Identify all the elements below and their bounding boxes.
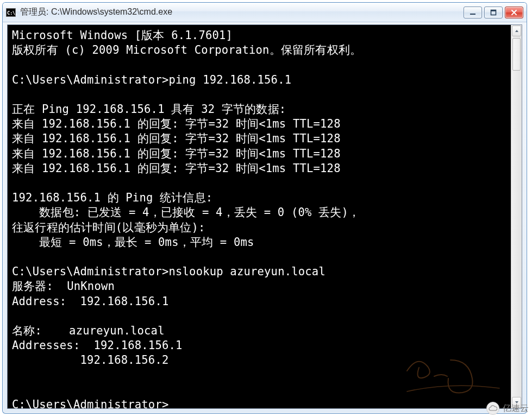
cmd-window: C:\. 管理员: C:\Windows\system32\cmd.exe Mi… <box>2 2 527 414</box>
scroll-up-button[interactable] <box>512 26 521 36</box>
watermark-text: 亿速云 <box>503 403 529 414</box>
cloud-icon <box>486 402 499 415</box>
window-controls <box>464 7 523 18</box>
page-watermark: 亿速云 <box>486 402 529 415</box>
vertical-scrollbar[interactable] <box>511 25 522 408</box>
minimize-button[interactable] <box>464 7 482 18</box>
scrollbar-thumb[interactable] <box>512 38 521 71</box>
svg-rect-0 <box>470 14 475 15</box>
cmd-icon: C:\. <box>6 8 16 17</box>
scrollbar-track[interactable] <box>511 37 522 396</box>
console-client-area: Microsoft Windows [版本 6.1.7601] 版权所有 (c)… <box>7 24 522 409</box>
titlebar[interactable]: C:\. 管理员: C:\Windows\system32\cmd.exe <box>3 3 527 22</box>
svg-rect-2 <box>491 10 496 11</box>
console-output[interactable]: Microsoft Windows [版本 6.1.7601] 版权所有 (c)… <box>12 28 509 405</box>
window-title: 管理员: C:\Windows\system32\cmd.exe <box>20 7 464 18</box>
close-button[interactable] <box>505 7 523 18</box>
maximize-button[interactable] <box>484 7 503 18</box>
